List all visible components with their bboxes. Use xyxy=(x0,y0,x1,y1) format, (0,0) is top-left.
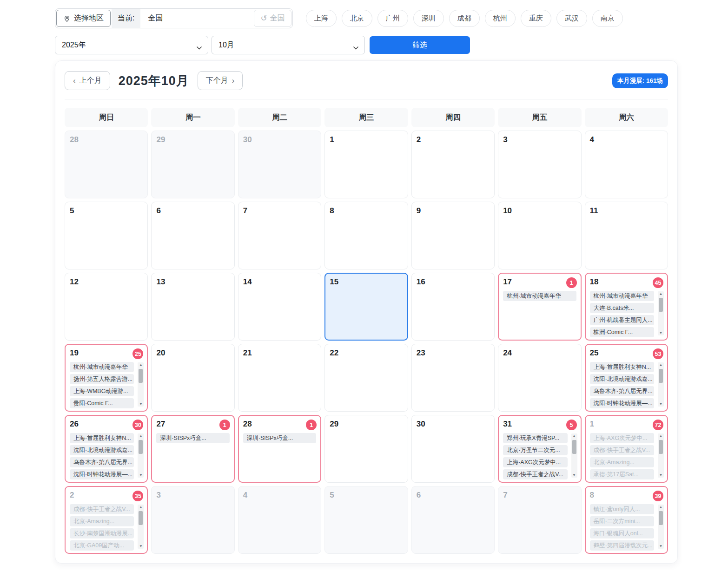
scroll-up-icon[interactable]: ▲ xyxy=(658,292,664,296)
event-chip[interactable]: 承德·第17届Sat... xyxy=(590,469,654,479)
calendar-cell[interactable]: 15 xyxy=(324,273,408,341)
calendar-cell[interactable]: 20 xyxy=(151,344,234,412)
calendar-cell[interactable]: 4 xyxy=(238,486,321,554)
scroll-down-icon[interactable]: ▼ xyxy=(658,331,664,335)
calendar-cell[interactable]: 271深圳·SISPx巧盒... xyxy=(151,415,234,483)
scrollbar-thumb[interactable] xyxy=(659,440,663,454)
city-chip[interactable]: 深圳 xyxy=(413,10,444,27)
calendar-cell[interactable]: 4 xyxy=(585,131,668,198)
scroll-up-icon[interactable]: ▲ xyxy=(658,505,664,509)
event-chip[interactable]: 深圳·SISPx巧盒... xyxy=(156,433,229,443)
calendar-cell[interactable]: 1 xyxy=(324,131,408,198)
events-scrollbar[interactable]: ▲▼ xyxy=(138,362,144,407)
city-chip[interactable]: 重庆 xyxy=(521,10,551,27)
scrollbar-thumb[interactable] xyxy=(659,511,663,525)
calendar-cell[interactable]: 6 xyxy=(411,486,495,554)
event-chip[interactable]: 贵阳·Comic F... xyxy=(70,398,134,408)
calendar-cell[interactable]: 10 xyxy=(498,202,581,269)
calendar-cell[interactable]: 22 xyxy=(324,344,408,412)
calendar-cell[interactable]: 3 xyxy=(151,486,234,554)
event-chip[interactable]: 广州·机战番主题同人... xyxy=(590,315,654,325)
event-chip[interactable]: 上海·AXG次元梦中... xyxy=(590,433,654,443)
calendar-cell[interactable]: 5 xyxy=(324,486,408,554)
event-chip[interactable]: 鹤壁·第四届漫载次元... xyxy=(590,540,654,551)
event-chip[interactable]: 大连·B.cats米... xyxy=(590,303,654,313)
event-chip[interactable]: 北京·GA09国产动... xyxy=(70,540,134,551)
event-chip[interactable]: 成都·快手王者之战V... xyxy=(70,504,134,514)
event-chip[interactable]: 上海·AXG次元梦中... xyxy=(503,457,567,467)
scroll-down-icon[interactable]: ▼ xyxy=(658,473,664,477)
events-scrollbar[interactable]: ▲▼ xyxy=(658,291,664,335)
event-chip[interactable]: 沈阳·北境动漫游戏嘉... xyxy=(70,445,134,455)
calendar-cell[interactable]: 30 xyxy=(411,415,495,483)
scroll-down-icon[interactable]: ▼ xyxy=(138,402,144,406)
scrollbar-thumb[interactable] xyxy=(572,440,576,454)
calendar-cell[interactable]: 172上海·AXG次元梦中...成都·快手王者之战V...北京·Amazing.… xyxy=(585,415,668,483)
month-select[interactable]: 10月 xyxy=(212,36,365,54)
scroll-down-icon[interactable]: ▼ xyxy=(138,544,144,548)
calendar-cell[interactable]: 23 xyxy=(411,344,495,412)
scroll-down-icon[interactable]: ▼ xyxy=(138,473,144,477)
scroll-up-icon[interactable]: ▲ xyxy=(571,434,577,438)
calendar-cell[interactable]: 21 xyxy=(238,344,321,412)
event-chip[interactable]: 上海·首届胜利女神N... xyxy=(590,362,654,372)
scroll-up-icon[interactable]: ▲ xyxy=(138,363,144,367)
calendar-cell[interactable]: 29 xyxy=(151,131,234,198)
scroll-up-icon[interactable]: ▲ xyxy=(658,363,664,367)
scrollbar-thumb[interactable] xyxy=(139,369,143,383)
events-scrollbar[interactable]: ▲▼ xyxy=(138,505,144,549)
calendar-cell[interactable]: 281深圳·SISPx巧盒... xyxy=(238,415,321,483)
scrollbar-thumb[interactable] xyxy=(659,298,663,312)
calendar-cell[interactable]: 2 xyxy=(411,131,495,198)
calendar-cell[interactable]: 30 xyxy=(238,131,321,198)
calendar-cell[interactable]: 1925杭州·城市动漫嘉年华扬州·第五人格露营游...上海·WMBG动漫游...… xyxy=(65,344,148,412)
event-chip[interactable]: 上海·WMBG动漫游... xyxy=(70,386,134,396)
event-chip[interactable]: 北京·Amazing... xyxy=(70,516,134,526)
calendar-cell[interactable]: 2630上海·首届胜利女神N...沈阳·北境动漫游戏嘉...乌鲁木齐·第八届无界… xyxy=(65,415,148,483)
calendar-cell[interactable]: 171杭州·城市动漫嘉年华 xyxy=(498,273,581,341)
calendar-cell[interactable]: 839镇江·鸢only同人...岳阳·二次方mini...海口·银魂同人onl.… xyxy=(585,486,668,554)
event-chip[interactable]: 北京·Amazing... xyxy=(590,457,654,467)
calendar-cell[interactable]: 1845杭州·城市动漫嘉年华大连·B.cats米...广州·机战番主题同人...… xyxy=(585,273,668,341)
event-chip[interactable]: 镇江·鸢only同人... xyxy=(590,504,654,514)
calendar-cell[interactable]: 7 xyxy=(498,486,581,554)
events-scrollbar[interactable]: ▲▼ xyxy=(658,433,664,478)
events-scrollbar[interactable]: ▲▼ xyxy=(571,433,577,478)
city-chip[interactable]: 南京 xyxy=(592,10,623,27)
scrollbar-thumb[interactable] xyxy=(139,440,143,454)
city-chip[interactable]: 武汉 xyxy=(556,10,587,27)
scrollbar-thumb[interactable] xyxy=(659,369,663,383)
calendar-cell[interactable]: 6 xyxy=(151,202,234,269)
calendar-cell[interactable]: 2553上海·首届胜利女神N...沈阳·北境动漫游戏嘉...乌鲁木齐·第八届无界… xyxy=(585,344,668,412)
event-chip[interactable]: 沈阳·北境动漫游戏嘉... xyxy=(590,374,654,384)
city-chip[interactable]: 杭州 xyxy=(485,10,516,27)
events-scrollbar[interactable]: ▲▼ xyxy=(138,433,144,478)
scroll-up-icon[interactable]: ▲ xyxy=(138,505,144,509)
calendar-cell[interactable]: 28 xyxy=(65,131,148,198)
calendar-cell[interactable]: 315郑州·玩承X青漫SP...北京·万圣节二次元...上海·AXG次元梦中..… xyxy=(498,415,581,483)
calendar-cell[interactable]: 24 xyxy=(498,344,581,412)
event-chip[interactable]: 北京·万圣节二次元... xyxy=(503,445,567,455)
select-region-button[interactable]: 选择地区 xyxy=(56,10,111,27)
scroll-up-icon[interactable]: ▲ xyxy=(658,434,664,438)
event-chip[interactable]: 杭州·城市动漫嘉年华 xyxy=(503,291,576,301)
calendar-cell[interactable]: 29 xyxy=(324,415,408,483)
calendar-cell[interactable]: 12 xyxy=(65,273,148,341)
event-chip[interactable]: 扬州·第五人格露营游... xyxy=(70,374,134,384)
event-chip[interactable]: 沈阳·时钟花动漫展—... xyxy=(70,469,134,479)
calendar-cell[interactable]: 11 xyxy=(585,202,668,269)
event-chip[interactable]: 乌鲁木齐·第八届无界... xyxy=(590,386,654,396)
calendar-cell[interactable]: 14 xyxy=(238,273,321,341)
city-chip[interactable]: 上海 xyxy=(306,10,337,27)
calendar-cell[interactable]: 9 xyxy=(411,202,495,269)
event-chip[interactable]: 成都·快手王者之战V... xyxy=(590,445,654,455)
event-chip[interactable]: 乌鲁木齐·第八届无界... xyxy=(70,457,134,467)
calendar-cell[interactable]: 7 xyxy=(238,202,321,269)
calendar-cell[interactable]: 3 xyxy=(498,131,581,198)
calendar-cell[interactable]: 16 xyxy=(411,273,495,341)
events-scrollbar[interactable]: ▲▼ xyxy=(658,362,664,407)
event-chip[interactable]: 株洲·Comic F... xyxy=(590,327,654,337)
city-chip[interactable]: 广州 xyxy=(377,10,408,27)
filter-button[interactable]: 筛选 xyxy=(370,36,470,54)
event-chip[interactable]: 上海·首届胜利女神N... xyxy=(70,433,134,443)
